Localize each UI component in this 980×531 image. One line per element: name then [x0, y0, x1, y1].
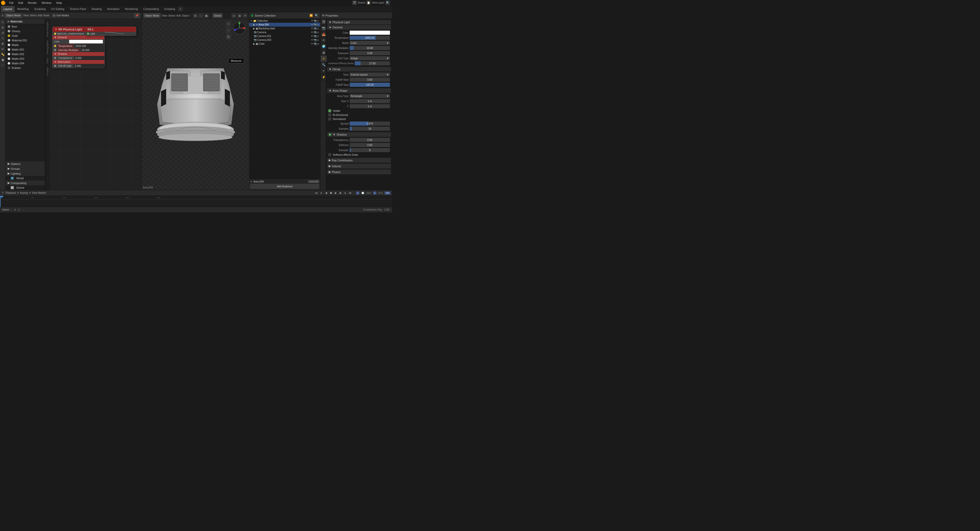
- ray-contribution-header[interactable]: ▶ Ray Contribution: [327, 158, 391, 163]
- shadow-enable-checkbox[interactable]: ✓: [329, 133, 331, 136]
- start-frame[interactable]: 1: [373, 191, 376, 195]
- object-mode-btn[interactable]: Object Mode: [5, 13, 22, 18]
- normalized-checkbox[interactable]: [328, 118, 331, 121]
- lighting-section[interactable]: ▶ Lighting: [6, 171, 45, 176]
- tab-rendering[interactable]: Rendering: [122, 6, 140, 12]
- tab-layout[interactable]: Layout: [1, 6, 14, 12]
- end-frame[interactable]: 250: [385, 191, 390, 195]
- transform-tool-icon[interactable]: ⊕: [0, 41, 5, 46]
- cube-render[interactable]: ◎: [317, 42, 319, 45]
- menu-file[interactable]: File: [7, 1, 16, 5]
- viewport-select-btn[interactable]: Select: [168, 14, 175, 17]
- scene-item[interactable]: Scene: [6, 185, 45, 190]
- tab-animation[interactable]: Animation: [105, 6, 122, 12]
- props-tab-light[interactable]: ☀: [321, 56, 327, 62]
- scale-tool-icon[interactable]: ⤡: [0, 36, 5, 41]
- size-y-value[interactable]: 1 m: [350, 104, 390, 108]
- view-layer-icon[interactable]: 📋: [366, 0, 371, 5]
- material-item[interactable]: Rubber: [6, 65, 45, 70]
- zoom-in-icon[interactable]: +: [226, 21, 231, 27]
- viewport-view-btn[interactable]: View: [162, 14, 167, 17]
- compositing-section[interactable]: ▶ Compositing: [6, 180, 45, 185]
- props-tab-object[interactable]: ▣: [321, 49, 327, 56]
- menu-edit[interactable]: Edit: [16, 1, 25, 5]
- outliner-filter-icon[interactable]: 🔽: [309, 13, 313, 18]
- temp-prop-value[interactable]: 6500.00: [350, 36, 390, 40]
- transparency-value[interactable]: 0.000: [74, 56, 104, 60]
- samples-value[interactable]: 16: [350, 127, 390, 131]
- material-item[interactable]: floor: [6, 24, 45, 29]
- props-tab-physics[interactable]: ⚡: [321, 74, 327, 80]
- viewport-icon-1[interactable]: ⊞: [192, 13, 198, 18]
- scene-dropdown[interactable]: 🎬: [352, 0, 357, 5]
- color-picker[interactable]: [69, 40, 103, 43]
- props-tab-output[interactable]: 📤: [321, 31, 327, 37]
- global-mode-btn[interactable]: Global: [212, 13, 223, 18]
- groups-section[interactable]: ▶ Groups: [6, 166, 45, 171]
- attenuation-section[interactable]: ▼ Attenuation: [52, 60, 104, 64]
- material-item[interactable]: Matte.001: [6, 47, 45, 52]
- tab-add-button[interactable]: +: [178, 6, 183, 11]
- cam001-render[interactable]: ◎: [317, 35, 319, 38]
- props-tab-modifier[interactable]: 🔧: [321, 62, 327, 68]
- viewport-object-btn[interactable]: Object: [182, 14, 189, 17]
- luminous-value[interactable]: 17.00: [355, 61, 390, 65]
- measure-tool-icon[interactable]: 📏: [0, 52, 5, 57]
- intensity-label[interactable]: Intensity Multiplier: [57, 48, 80, 52]
- color-prop-value[interactable]: [350, 30, 390, 35]
- stop-btn[interactable]: ⏹: [329, 191, 333, 195]
- props-tab-render[interactable]: 📷: [321, 25, 327, 31]
- menu-window[interactable]: Window: [40, 1, 54, 5]
- rendered-icon[interactable]: ☀: [242, 13, 248, 18]
- add-btn[interactable]: Add: [38, 14, 42, 17]
- general-header[interactable]: ▼ General: [327, 25, 391, 30]
- cam003-cam[interactable]: 📷: [313, 38, 317, 41]
- tab-shading[interactable]: Shading: [89, 6, 104, 12]
- overlay-icon[interactable]: ◎: [231, 13, 236, 18]
- timeline-view-label[interactable]: View: [32, 191, 38, 194]
- use-nodes-checkbox[interactable]: ✓: [52, 14, 56, 17]
- node-btn[interactable]: Node: [43, 14, 49, 17]
- outliner-search-icon[interactable]: 🔍: [314, 13, 319, 18]
- rotate-tool-icon[interactable]: ↺: [0, 30, 5, 35]
- add-cube-icon[interactable]: ▣: [0, 57, 5, 62]
- eye-icon[interactable]: 👁: [311, 19, 313, 22]
- camera-icon[interactable]: 📷: [313, 19, 317, 22]
- view-btn[interactable]: View: [23, 14, 29, 17]
- exposure-value[interactable]: 0.00: [350, 51, 390, 55]
- unit-type-dropdown[interactable]: Image ▼: [350, 56, 390, 60]
- cam003-render[interactable]: ◎: [317, 38, 319, 41]
- tab-compositing[interactable]: Compositing: [141, 6, 161, 12]
- marker-label[interactable]: Marker: [38, 191, 46, 194]
- shadow-section[interactable]: ▼ Shadow: [52, 52, 104, 56]
- playback-dropdown[interactable]: ▼: [17, 191, 19, 194]
- next-keyframe-btn[interactable]: ▶: [339, 191, 343, 195]
- jump-start-btn[interactable]: ⏮: [314, 191, 318, 195]
- annotate-tool-icon[interactable]: ✏: [0, 47, 5, 51]
- shadow-section-header[interactable]: ✓ ▼ Shadow: [327, 132, 391, 137]
- viewport-icon-3[interactable]: ▣: [204, 13, 209, 18]
- world-item[interactable]: World: [6, 176, 45, 180]
- zoom-out-icon[interactable]: −: [226, 27, 231, 33]
- props-tab-particles[interactable]: ✦: [321, 68, 327, 74]
- material-item[interactable]: Matte.004: [6, 61, 45, 65]
- decay-header[interactable]: ▼ Decay: [327, 67, 391, 72]
- cam003-eye[interactable]: 👁: [311, 38, 313, 41]
- timeline-track[interactable]: 0 50 100 150 200 250: [0, 196, 392, 207]
- menu-render[interactable]: Render: [26, 1, 39, 5]
- props-tab-view[interactable]: 👁: [321, 37, 327, 43]
- shading-icon[interactable]: ◑: [237, 13, 242, 18]
- nav-widget[interactable]: X Y Z: [232, 21, 247, 35]
- cube-eye[interactable]: 👁: [311, 42, 313, 45]
- current-frame[interactable]: 1: [356, 191, 360, 195]
- outliner-item-camera[interactable]: 📷 Camera 👁 📷 ◎: [249, 30, 320, 34]
- keying-dropdown[interactable]: ▼: [29, 191, 31, 194]
- area-type-dropdown[interactable]: Rectangle ▼: [350, 94, 390, 98]
- size-x-value[interactable]: 1 m: [350, 99, 390, 103]
- tab-scripting[interactable]: Scripting: [162, 6, 178, 12]
- falloff-value[interactable]: 5.000: [73, 64, 104, 68]
- outliner-item-area004[interactable]: ▶ ☀ Area.004 👁 📷 ◎: [249, 23, 320, 27]
- viewport-icon-2[interactable]: ⬚: [198, 13, 204, 18]
- add-nodetree-btn[interactable]: Add Nodetree: [250, 184, 319, 189]
- shadow-transparency-value[interactable]: 0.00: [350, 138, 390, 142]
